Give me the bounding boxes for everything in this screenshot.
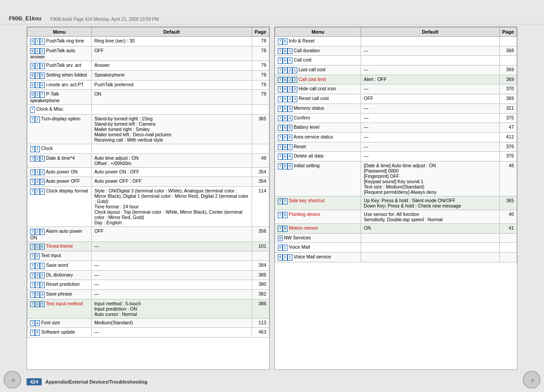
menu-cell: 79 Motion sensor [275,223,361,233]
default-cell: — [91,270,252,280]
default-cell [361,253,499,262]
default-cell: ON [361,223,499,233]
default-cell: Input method : 5-touchInput prediction :… [91,299,252,318]
default-cell: Ring time (sec) : 30 [91,37,252,46]
header-bar: F906i_E1kou F906i.book Page 424 Monday, … [0,0,544,24]
table-row: 726 Timed theme—101 [27,242,269,251]
table-row: 765 Battery level—47 [275,123,517,133]
page-cell: 370 [499,85,517,94]
table-row: 71 Turn-display optionStand-by turned ri… [27,114,269,144]
left-col-menu: Menu [27,27,92,37]
corner-decoration-bl [4,371,21,388]
menu-cell: 72 Clock [27,144,92,154]
page-cell: 365 [252,114,269,144]
page-cell [499,243,517,253]
page-cell: 79 [252,80,269,90]
page-cell: 79 [252,71,269,81]
default-cell: — [361,113,499,123]
page-cell: 365 [499,196,517,210]
page-cell [252,105,269,115]
default-cell: Alert : OFF [361,75,499,85]
default-cell: Use sensor for: All functionSensitivity,… [361,210,499,223]
default-cell: — [361,104,499,113]
table-row: 77 Side key shortcutUp Key: Press & hold… [275,196,517,210]
page-cell: 382 [252,290,269,300]
page-cell: 376 [499,142,517,152]
menu-cell: 724 Clock display format [27,186,92,227]
menu-cell: 624 PushTalk arv. act [27,61,92,71]
menu-cell: 811 Voice Mail service [275,253,361,262]
default-cell: OFF [361,94,499,104]
table-row: 76 Info & Reset [275,37,517,46]
default-cell: Auto power OFF : OFF [91,177,252,187]
page-cell: 49 [252,154,269,167]
table-row: 769 Initial setting[Date & time] Auto ti… [275,161,517,196]
table-row: 7 Clock & Misc. [27,105,269,115]
default-cell: — [361,152,499,161]
page-cell: 385 [252,270,269,280]
left-col-page: Page [252,27,269,37]
menu-cell: 731 Save word [27,261,92,270]
menu-cell: 723 Auto power OFF [27,177,92,187]
menu-cell: 7622 Call cost limit [275,75,361,85]
table-row: 734 Save phrase—382 [27,290,269,300]
page-cell: 412 [499,132,517,142]
header-subtitle: F906i.book Page 424 Monday, April 21, 20… [50,17,159,22]
table-row: 7623 Hide call cost icon—370 [275,85,517,94]
default-cell: Speakerphone [91,71,252,81]
default-cell: — [361,132,499,142]
page-cell: 369 [499,75,517,85]
table-row: 731 Save word—384 [27,261,269,270]
page-cell [499,37,517,46]
default-cell [361,56,499,65]
page-cell: 368 [499,46,517,56]
right-table: Menu Default Page 76 Info & Reset761 Cal… [275,27,517,262]
table-row: 811 Voice Mail service [275,253,517,262]
page-cell [499,253,517,262]
table-row: 78 Pointing deviceUse sensor for: All fu… [275,210,517,223]
default-cell [91,251,252,261]
table-row: 79 Motion sensorON41 [275,223,517,233]
default-cell [91,105,252,115]
page-cell: 113 [252,318,269,328]
default-cell: OFF [91,227,252,242]
menu-cell: 764 Confirm [275,113,361,123]
default-cell: [Date & time] Auto time adjust : ON[Pass… [361,161,499,196]
table-row: 735 Text input methodInput method : 5-to… [27,299,269,318]
default-cell: — [91,280,252,290]
footer-text: Appendix/External Devices/Troubleshootin… [45,379,147,384]
page-cell: 369 [499,94,517,104]
default-cell: ON [91,90,252,105]
menu-cell: 625 Setting when folded [27,71,92,81]
right-col-menu: Menu [275,27,361,37]
menu-cell: 732 DL dictionary [27,270,92,280]
table-row: 8 NW Services [275,233,517,243]
default-cell: Medium(Standard) [91,318,252,328]
menu-cell: 8 NW Services [275,233,361,243]
menu-cell: 763 Memory status [275,104,361,113]
default-cell: — [91,290,252,300]
default-cell: — [91,261,252,270]
menu-cell: 622 PushTalk ring time [27,37,92,46]
default-cell: — [361,142,499,152]
page-cell [252,144,269,154]
page-cell: 79 [252,61,269,71]
default-cell: — [91,242,252,251]
default-cell [361,233,499,243]
menu-cell: 74 Font size [27,318,92,328]
table-row: 623 PushTalk auto answerOFF78 [27,46,269,61]
table-row: 724 Clock display formatStyle : ON/Digit… [27,186,269,227]
table-row: 764 Confirm—375 [275,113,517,123]
menu-cell: 81 Voice Mail [275,243,361,253]
table-row: 763 Memory status—321 [275,104,517,113]
menu-cell: 721 Date & time*4 [27,154,92,167]
right-col-page: Page [499,27,517,37]
default-cell: — [361,65,499,75]
page-cell: 79 [252,90,269,105]
table-row: 73 Text input [27,251,269,261]
default-cell: — [361,46,499,56]
table-row: 7621 Last call cost—369 [275,65,517,75]
table-row: 626 i-mode arv. act:PTPushTalk preferred… [27,80,269,90]
page-background: F906i_E1kou F906i.book Page 424 Monday, … [0,0,544,392]
menu-cell: 78 Pointing device [275,210,361,223]
